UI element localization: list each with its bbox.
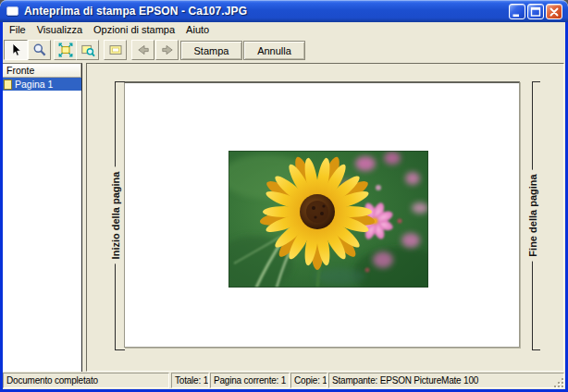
statusbar: Documento completato Totale: 1 Pagina co…	[3, 372, 565, 389]
menu-item-file[interactable]: File	[4, 23, 31, 36]
page-with-magnifier-icon	[80, 43, 95, 57]
minimize-button[interactable]	[509, 4, 525, 19]
right-arrow-icon	[160, 43, 175, 57]
preview-area[interactable]: Inizio della pagina Fine della pagina	[86, 63, 564, 372]
page-list-panel: Fronte Pagina 1	[3, 63, 82, 372]
page-list[interactable]: Pagina 1	[3, 78, 81, 91]
status-current-page: Pagina corrente: 1	[210, 373, 290, 388]
app-window: Anteprima di stampa EPSON - Ca107.JPG Fi…	[0, 0, 568, 392]
page-end-label: Fine della pagina	[526, 169, 539, 261]
cursor-arrow-icon	[8, 43, 23, 57]
status-message: Documento completato	[3, 373, 169, 388]
resize-grip[interactable]	[553, 376, 565, 388]
page-item-label: Pagina 1	[15, 79, 53, 90]
fit-page-button[interactable]	[54, 40, 77, 60]
zoom-page-button[interactable]	[76, 40, 99, 60]
left-arrow-icon	[136, 43, 151, 57]
resize-grip-icon	[553, 377, 565, 389]
menubar: File Visualizza Opzioni di stampa Aiuto	[3, 22, 565, 37]
page-frame-button[interactable]	[104, 40, 127, 60]
toolbar: Stampa Annulla	[3, 37, 565, 63]
page-end-measure-hook-top	[532, 81, 540, 82]
page-outline-icon	[108, 43, 123, 57]
window-border-left	[0, 22, 3, 392]
zoom-tool-button[interactable]	[28, 40, 51, 60]
page-list-item[interactable]: Pagina 1	[3, 78, 81, 91]
menu-item-opzioni-di-stampa[interactable]: Opzioni di stampa	[88, 23, 180, 36]
page-with-corner-arrows-icon	[58, 43, 73, 57]
maximize-icon	[529, 6, 542, 18]
titlebar[interactable]: Anteprima di stampa EPSON - Ca107.JPG	[0, 0, 568, 22]
select-tool-button[interactable]	[4, 40, 28, 60]
menu-item-aiuto[interactable]: Aiuto	[180, 23, 215, 36]
page-end-measure-hook-bottom	[532, 349, 540, 350]
window-controls	[509, 4, 562, 19]
close-button[interactable]	[546, 4, 562, 19]
close-icon	[548, 6, 561, 18]
page-start-label: Inizio della pagina	[109, 167, 122, 264]
preview-photo	[228, 151, 428, 288]
status-total-pages: Totale: 1	[171, 373, 209, 388]
status-copies: Copie: 1	[290, 373, 327, 388]
cancel-button[interactable]: Annulla	[243, 41, 305, 60]
window-title: Anteprima di stampa EPSON - Ca107.JPG	[24, 5, 247, 18]
page-start-measure-hook-top	[115, 81, 125, 82]
page-file-icon	[4, 80, 12, 90]
page-start-measure-hook-bottom	[115, 349, 125, 350]
menu-item-visualizza[interactable]: Visualizza	[31, 23, 88, 36]
next-page-button[interactable]	[155, 40, 179, 60]
status-printer: Stampante: EPSON PictureMate 100	[328, 373, 564, 388]
previous-page-button[interactable]	[131, 40, 154, 60]
magnifier-icon	[32, 43, 47, 57]
maximize-button[interactable]	[527, 4, 544, 19]
page-list-header: Fronte	[3, 64, 81, 78]
app-icon	[6, 6, 19, 16]
minimize-icon	[511, 6, 524, 18]
print-button[interactable]: Stampa	[180, 41, 242, 60]
